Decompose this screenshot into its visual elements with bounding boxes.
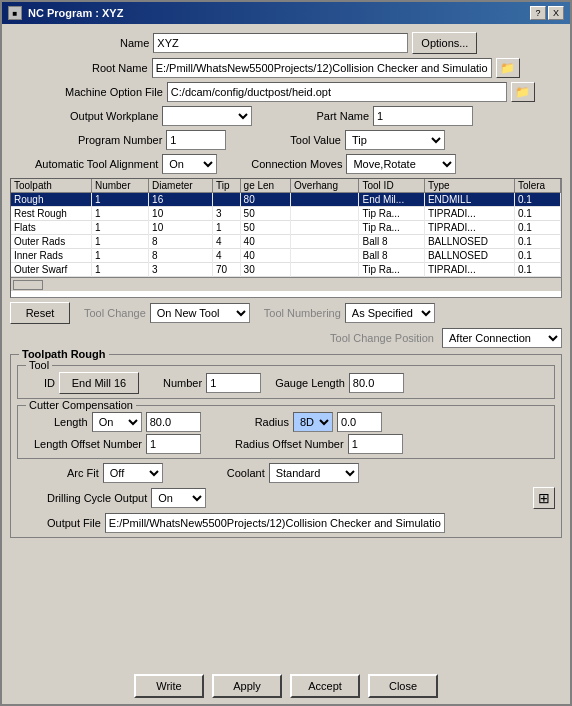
output-workplane-label: Output Workplane: [70, 110, 158, 122]
tool-subsection-label: Tool: [26, 359, 52, 371]
coolant-select[interactable]: Standard: [269, 463, 359, 483]
close-button-bottom[interactable]: Close: [368, 674, 438, 698]
root-name-label: Root Name: [92, 62, 148, 74]
length-offset-label: Length Offset Number: [34, 438, 142, 450]
machine-option-folder-button[interactable]: 📁: [511, 82, 535, 102]
col-type: Type: [424, 179, 514, 193]
arc-fit-select[interactable]: OffOn: [103, 463, 163, 483]
output-file-input[interactable]: [105, 513, 445, 533]
col-toolid: Tool ID: [359, 179, 424, 193]
machine-option-row: Machine Option File 📁: [10, 82, 562, 102]
table-row[interactable]: Outer Rads18440Ball 8BALLNOSED0.1: [11, 235, 561, 249]
root-name-row: Root Name 📁: [10, 58, 562, 78]
radius-label: Radius: [255, 416, 289, 428]
tool-change-label: Tool Change: [84, 307, 146, 319]
length-offset-input[interactable]: [146, 434, 201, 454]
radius-select[interactable]: 8D: [293, 412, 333, 432]
table-row[interactable]: Outer Swarf137030Tip Ra...TIPRADI...0.1: [11, 263, 561, 277]
drilling-cycle-select[interactable]: OnOff: [151, 488, 206, 508]
length-select[interactable]: OnOff: [92, 412, 142, 432]
drilling-cycle-options-button[interactable]: ⊞: [533, 487, 555, 509]
window-icon: ■: [8, 6, 22, 20]
tool-numbering-select[interactable]: As Specified: [345, 303, 435, 323]
gauge-length-label: Gauge Length: [275, 377, 345, 389]
arc-fit-label: Arc Fit: [67, 467, 99, 479]
tool-change-pos-label: Tool Change Position: [330, 332, 434, 344]
toolpath-table-wrapper: Toolpath Number Diameter Tip ge Len Over…: [10, 178, 562, 298]
col-toolpath: Toolpath: [11, 179, 91, 193]
col-diameter: Diameter: [149, 179, 213, 193]
connection-moves-select[interactable]: Move,Rotate: [346, 154, 456, 174]
options-button[interactable]: Options...: [412, 32, 477, 54]
workplane-partname-row: Output Workplane Part Name: [10, 106, 562, 126]
reset-button[interactable]: Reset: [10, 302, 70, 324]
coolant-label: Coolant: [227, 467, 265, 479]
cutter-comp-subsection: Cutter Compensation Length OnOff Radius …: [17, 405, 555, 459]
radius-value-input[interactable]: [337, 412, 382, 432]
table-row[interactable]: Rough11680End Mil...ENDMILL0.1: [11, 193, 561, 207]
auto-tool-align-select[interactable]: On Off: [162, 154, 217, 174]
part-name-label: Part Name: [316, 110, 369, 122]
id-label: ID: [44, 377, 55, 389]
program-toolvalue-row: Program Number Tool Value Tip: [10, 130, 562, 150]
name-input[interactable]: [153, 33, 408, 53]
root-name-folder-button[interactable]: 📁: [496, 58, 520, 78]
tool-value-select[interactable]: Tip: [345, 130, 445, 150]
radius-offset-input[interactable]: [348, 434, 403, 454]
table-scrollbar-x[interactable]: [11, 277, 561, 291]
table-row[interactable]: Flats110150Tip Ra...TIPRADI...0.1: [11, 221, 561, 235]
name-label: Name: [120, 37, 149, 49]
output-file-label: Output File: [47, 517, 101, 529]
machine-option-input[interactable]: [167, 82, 507, 102]
id-button[interactable]: End Mill 16: [59, 372, 139, 394]
tool-value-label: Tool Value: [290, 134, 341, 146]
length-value-input[interactable]: [146, 412, 201, 432]
name-row: Name Options...: [10, 32, 562, 54]
table-header-row: Toolpath Number Diameter Tip ge Len Over…: [11, 179, 561, 193]
col-gelen: ge Len: [240, 179, 291, 193]
machine-option-label: Machine Option File: [65, 86, 163, 98]
write-button[interactable]: Write: [134, 674, 204, 698]
output-file-row: Output File: [17, 513, 555, 533]
tool-subsection: Tool ID End Mill 16 Number Gauge Length: [17, 365, 555, 399]
tool-change-row: Reset Tool Change On New Tool Tool Numbe…: [10, 302, 562, 324]
help-button[interactable]: ?: [530, 6, 546, 20]
drilling-cycle-label: Drilling Cycle Output: [47, 492, 147, 504]
auto-tool-align-label: Automatic Tool Alignment: [35, 158, 158, 170]
program-number-label: Program Number: [78, 134, 162, 146]
root-name-input[interactable]: [152, 58, 492, 78]
length-label: Length: [54, 416, 88, 428]
number-label: Number: [163, 377, 202, 389]
col-overhang: Overhang: [291, 179, 359, 193]
window-title: NC Program : XYZ: [28, 7, 123, 19]
auto-align-conn-moves-row: Automatic Tool Alignment On Off Connecti…: [10, 154, 562, 174]
apply-button[interactable]: Apply: [212, 674, 282, 698]
close-button[interactable]: X: [548, 6, 564, 20]
toolpath-table: Toolpath Number Diameter Tip ge Len Over…: [11, 179, 561, 277]
col-number: Number: [91, 179, 148, 193]
part-name-input[interactable]: [373, 106, 473, 126]
arc-fit-coolant-row: Arc Fit OffOn Coolant Standard: [17, 463, 555, 483]
tool-change-pos-select[interactable]: After Connection: [442, 328, 562, 348]
title-bar: ■ NC Program : XYZ ? X: [2, 2, 570, 24]
connection-moves-label: Connection Moves: [251, 158, 342, 170]
program-number-input[interactable]: [166, 130, 226, 150]
tool-number-input[interactable]: [206, 373, 261, 393]
toolpath-section: Toolpath Rough Tool ID End Mill 16 Numbe…: [10, 354, 562, 538]
bottom-buttons: Write Apply Accept Close: [2, 668, 570, 704]
table-row[interactable]: Inner Rads18440Ball 8BALLNOSED0.1: [11, 249, 561, 263]
offset-numbers-row: Length Offset Number Radius Offset Numbe…: [24, 434, 548, 454]
gauge-length-input[interactable]: [349, 373, 404, 393]
tool-numbering-label: Tool Numbering: [264, 307, 341, 319]
cutter-comp-label: Cutter Compensation: [26, 399, 136, 411]
tool-id-row: ID End Mill 16 Number Gauge Length: [24, 372, 548, 394]
radius-offset-label: Radius Offset Number: [235, 438, 344, 450]
output-workplane-select[interactable]: [162, 106, 252, 126]
table-row[interactable]: Rest Rough110350Tip Ra...TIPRADI...0.1: [11, 207, 561, 221]
drilling-cycle-row: Drilling Cycle Output OnOff ⊞: [17, 487, 555, 509]
tool-change-select[interactable]: On New Tool: [150, 303, 250, 323]
length-radius-row: Length OnOff Radius 8D: [24, 412, 548, 432]
col-tolera: Tolera: [514, 179, 560, 193]
tool-change-pos-row: Tool Change Position After Connection: [10, 328, 562, 348]
accept-button[interactable]: Accept: [290, 674, 360, 698]
